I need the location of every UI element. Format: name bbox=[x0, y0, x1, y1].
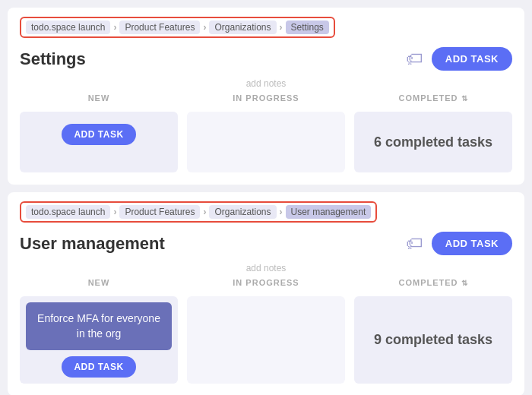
add-notes-label[interactable]: add notes bbox=[20, 263, 512, 273]
header-right: 🏷ADD TASK bbox=[406, 232, 512, 255]
tag-icon[interactable]: 🏷 bbox=[406, 234, 423, 254]
column-inprogress-label: IN PROGRESS bbox=[187, 93, 345, 103]
column-headers: NEWIN PROGRESSCOMPLETED ⇅ bbox=[20, 93, 512, 109]
add-task-small-button[interactable]: ADD TASK bbox=[62, 124, 135, 145]
section-title: User management bbox=[20, 234, 165, 254]
column-new-label: NEW bbox=[20, 93, 178, 103]
breadcrumb-item-1[interactable]: Product Features bbox=[119, 21, 200, 34]
sort-icon[interactable]: ⇅ bbox=[461, 94, 468, 103]
task-card[interactable]: Enforce MFA for everyone in the org bbox=[26, 302, 172, 350]
breadcrumb-item-1[interactable]: Product Features bbox=[119, 205, 200, 219]
add-task-small-button[interactable]: ADD TASK bbox=[62, 356, 135, 378]
section-header: User management🏷ADD TASK bbox=[20, 232, 512, 255]
column-headers: NEWIN PROGRESSCOMPLETED ⇅ bbox=[20, 278, 512, 293]
new-column: ADD TASK bbox=[20, 112, 178, 172]
breadcrumb-item-0[interactable]: todo.space launch bbox=[26, 21, 110, 34]
breadcrumb-separator: › bbox=[203, 207, 206, 217]
breadcrumb[interactable]: todo.space launch›Product Features›Organ… bbox=[20, 17, 335, 38]
add-notes-label[interactable]: add notes bbox=[20, 78, 512, 89]
breadcrumb-separator: › bbox=[113, 22, 116, 33]
column-completed-label: COMPLETED ⇅ bbox=[354, 278, 512, 287]
tag-icon[interactable]: 🏷 bbox=[406, 49, 423, 69]
section-user-management: todo.space launch›Product Features›Organ… bbox=[8, 192, 524, 395]
breadcrumb-item-2[interactable]: Organizations bbox=[209, 21, 276, 34]
breadcrumb-item-3[interactable]: Settings bbox=[286, 21, 329, 34]
breadcrumb[interactable]: todo.space launch›Product Features›Organ… bbox=[20, 201, 377, 223]
breadcrumb-separator: › bbox=[280, 22, 283, 33]
column-new-label: NEW bbox=[20, 278, 178, 287]
completed-column: 9 completed tasks bbox=[354, 296, 512, 384]
column-inprogress-label: IN PROGRESS bbox=[187, 278, 345, 287]
inprogress-column bbox=[187, 296, 345, 384]
completed-count: 6 completed tasks bbox=[374, 134, 492, 150]
breadcrumb-separator: › bbox=[113, 207, 116, 217]
breadcrumb-item-2[interactable]: Organizations bbox=[209, 205, 276, 219]
breadcrumb-separator: › bbox=[280, 207, 283, 217]
completed-column: 6 completed tasks bbox=[354, 112, 512, 172]
kanban-board: ADD TASK6 completed tasks bbox=[20, 112, 512, 172]
header-right: 🏷ADD TASK bbox=[406, 47, 512, 71]
breadcrumb-item-0[interactable]: todo.space launch bbox=[26, 205, 110, 219]
kanban-board: Enforce MFA for everyone in the orgADD T… bbox=[20, 296, 512, 384]
add-task-button[interactable]: ADD TASK bbox=[432, 47, 512, 71]
completed-count: 9 completed tasks bbox=[374, 332, 492, 348]
add-task-button[interactable]: ADD TASK bbox=[432, 232, 512, 255]
section-header: Settings🏷ADD TASK bbox=[20, 47, 512, 71]
breadcrumb-item-3[interactable]: User management bbox=[286, 205, 372, 219]
section-title: Settings bbox=[20, 49, 86, 69]
sort-icon[interactable]: ⇅ bbox=[461, 279, 468, 287]
inprogress-column bbox=[187, 112, 345, 172]
breadcrumb-separator: › bbox=[203, 22, 206, 33]
column-completed-label: COMPLETED ⇅ bbox=[354, 93, 512, 103]
section-settings: todo.space launch›Product Features›Organ… bbox=[8, 8, 524, 185]
new-column: Enforce MFA for everyone in the orgADD T… bbox=[20, 296, 178, 384]
